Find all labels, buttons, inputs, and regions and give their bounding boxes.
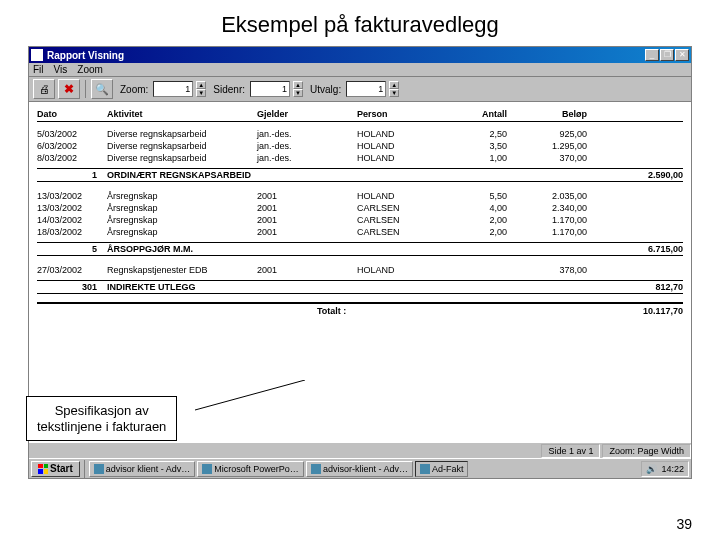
menu-fil[interactable]: Fil: [33, 64, 44, 75]
group-sum: 6.715,00: [603, 244, 683, 254]
header-belop: Beløp: [507, 109, 587, 119]
menu-zoom[interactable]: Zoom: [77, 64, 103, 75]
callout-box: Spesifikasjon av tekstlinjene i fakturae…: [26, 396, 177, 441]
utvalg-label: Utvalg:: [310, 84, 341, 95]
statusbar: Side 1 av 1 Zoom: Page Width: [29, 442, 691, 458]
slide-number: 39: [676, 516, 692, 532]
close-button[interactable]: ✕: [675, 49, 689, 61]
window-title: Rapport Visning: [47, 50, 645, 61]
group-label: ÅRSOPPGJØR M.M.: [107, 244, 357, 254]
start-button[interactable]: Start: [31, 461, 80, 477]
subtotal-row: 5 ÅRSOPPGJØR M.M. 6.715,00: [37, 242, 683, 256]
sidenr-spinner[interactable]: ▲▼: [293, 81, 303, 97]
x-icon: ✖: [64, 82, 74, 96]
group-label: ORDINÆRT REGNSKAPSARBEID: [107, 170, 357, 180]
group-sum: 812,70: [603, 282, 683, 292]
utvalg-spinner[interactable]: ▲▼: [389, 81, 399, 97]
print-button[interactable]: [33, 79, 55, 99]
zoom-label: Zoom:: [120, 84, 148, 95]
header-aktivitet: Aktivitet: [107, 109, 257, 119]
cancel-button[interactable]: ✖: [58, 79, 80, 99]
task-icon: [94, 464, 104, 474]
callout-line1: Spesifikasjon av: [37, 403, 166, 419]
table-row: 13/03/2002Årsregnskap2001HOLAND5,502.035…: [37, 190, 683, 202]
taskbar-task[interactable]: advisor klient - Adv…: [89, 461, 196, 477]
group-sum: 2.590,00: [603, 170, 683, 180]
start-label: Start: [50, 463, 73, 474]
menu-vis[interactable]: Vis: [54, 64, 68, 75]
separator: [85, 80, 86, 98]
total-label: Totalt :: [317, 306, 346, 316]
utvalg-input[interactable]: [346, 81, 386, 97]
header-antall: Antall: [447, 109, 507, 119]
group-code: 5: [37, 244, 107, 254]
system-tray: 🔊 14:22: [641, 461, 689, 477]
task-icon: [420, 464, 430, 474]
group-code: 301: [37, 282, 107, 292]
table-row: 14/03/2002Årsregnskap2001CARLSEN2,001.17…: [37, 214, 683, 226]
table-row: 13/03/2002Årsregnskap2001CARLSEN4,002.34…: [37, 202, 683, 214]
task-icon: [202, 464, 212, 474]
table-row: 6/03/2002Diverse regnskapsarbeidjan.-des…: [37, 140, 683, 152]
table-row: 27/03/2002Regnskapstjenester EDB2001HOLA…: [37, 264, 683, 276]
tray-icon: 🔊: [646, 464, 657, 474]
total-row: Totalt : 10.117,70: [37, 302, 683, 316]
table-row: 18/03/2002Årsregnskap2001CARLSEN2,001.17…: [37, 226, 683, 238]
status-page: Side 1 av 1: [541, 444, 600, 458]
taskbar: Start advisor klient - Adv…Microsoft Pow…: [29, 458, 691, 478]
slide-title: Eksempel på fakturavedlegg: [0, 0, 720, 46]
sidenr-input[interactable]: [250, 81, 290, 97]
report-viewer[interactable]: Dato Aktivitet Gjelder Person Antall Bel…: [29, 102, 691, 442]
separator: [84, 460, 85, 478]
header-gjelder: Gjelder: [257, 109, 357, 119]
taskbar-task[interactable]: Ad-Fakt: [415, 461, 469, 477]
group-label: INDIREKTE UTLEGG: [107, 282, 357, 292]
table-row: 5/03/2002Diverse regnskapsarbeidjan.-des…: [37, 128, 683, 140]
header-person: Person: [357, 109, 447, 119]
task-icon: [311, 464, 321, 474]
total-value: 10.117,70: [603, 306, 683, 316]
header-dato: Dato: [37, 109, 107, 119]
zoom-input[interactable]: [153, 81, 193, 97]
status-zoom: Zoom: Page Width: [602, 444, 691, 458]
app-icon: [31, 49, 43, 61]
maximize-button[interactable]: ❐: [660, 49, 674, 61]
toolbar: ✖ Zoom: ▲▼ Sidenr: ▲▼ Utvalg: ▲▼: [29, 77, 691, 102]
menubar: Fil Vis Zoom: [29, 63, 691, 77]
group-code: 1: [37, 170, 107, 180]
column-headers: Dato Aktivitet Gjelder Person Antall Bel…: [37, 109, 683, 122]
minimize-button[interactable]: _: [645, 49, 659, 61]
taskbar-task[interactable]: advisor-klient - Adv…: [306, 461, 413, 477]
subtotal-row: 1 ORDINÆRT REGNSKAPSARBEID 2.590,00: [37, 168, 683, 182]
sidenr-label: Sidenr:: [213, 84, 245, 95]
clock: 14:22: [661, 464, 684, 474]
table-row: 8/03/2002Diverse regnskapsarbeidjan.-des…: [37, 152, 683, 164]
windows-icon: [38, 464, 48, 474]
titlebar: Rapport Visning _ ❐ ✕: [29, 47, 691, 63]
zoom-button[interactable]: [91, 79, 113, 99]
taskbar-task[interactable]: Microsoft PowerPo…: [197, 461, 304, 477]
callout-line2: tekstlinjene i fakturaen: [37, 419, 166, 435]
zoom-spinner[interactable]: ▲▼: [196, 81, 206, 97]
subtotal-row: 301 INDIREKTE UTLEGG 812,70: [37, 280, 683, 294]
